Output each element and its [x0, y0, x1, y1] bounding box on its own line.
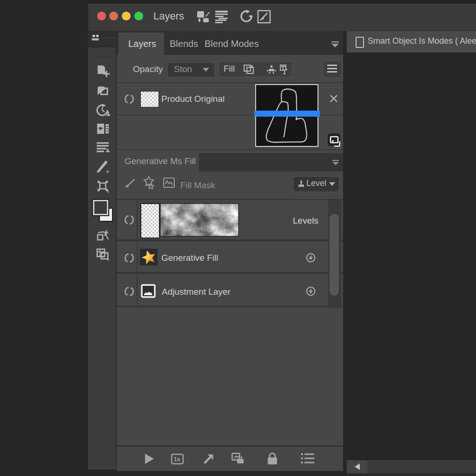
svg-text:1s: 1s [174, 456, 180, 463]
